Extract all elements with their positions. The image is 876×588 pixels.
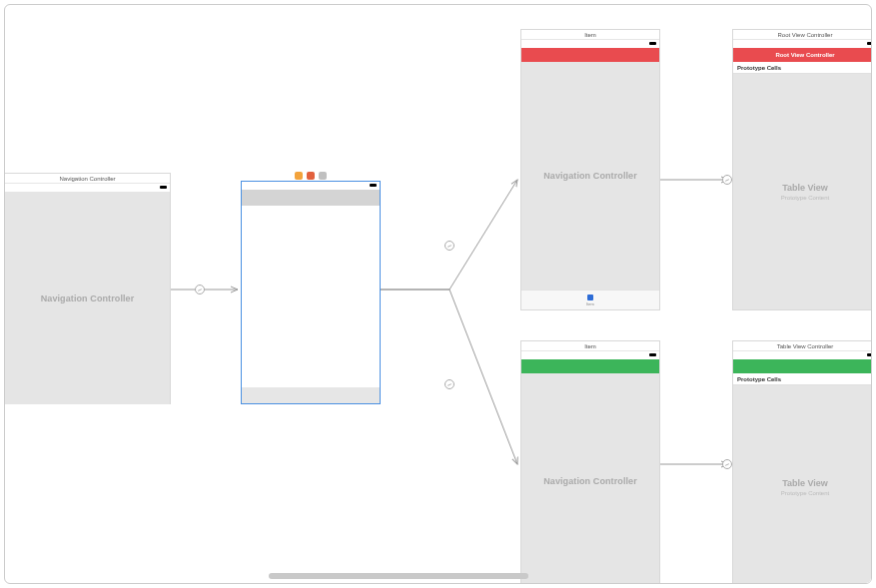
placeholder-label: Navigation Controller xyxy=(543,171,637,181)
scene-body: Navigation Controller xyxy=(5,192,170,404)
prototype-cells-label: Prototype Cells xyxy=(733,62,872,74)
battery-icon xyxy=(649,42,656,45)
table-subtitle: Prototype Content xyxy=(781,195,829,201)
segue-icon[interactable] xyxy=(722,459,732,469)
status-bar xyxy=(521,40,659,48)
storyboard-ref-icon[interactable] xyxy=(319,172,327,180)
storyboard-canvas[interactable]: Navigation Controller Navigation Control… xyxy=(4,4,872,584)
battery-icon xyxy=(867,353,872,356)
battery-icon xyxy=(867,42,872,45)
placeholder-label: Navigation Controller xyxy=(41,294,135,303)
scene-title: Item xyxy=(521,30,659,40)
table-title: Table View xyxy=(782,478,828,488)
battery-icon xyxy=(370,184,377,187)
toolbar-placeholder xyxy=(242,387,380,403)
tab-item-label: Item xyxy=(586,301,594,306)
status-bar xyxy=(733,40,872,48)
scene-header-icons xyxy=(295,172,327,180)
scene-body: Navigation Controller xyxy=(521,373,659,584)
segue-icon[interactable] xyxy=(195,285,205,294)
scene-body: Navigation Controller xyxy=(521,62,659,290)
scene-table-view-controller[interactable]: Table View Controller Prototype Cells Ta… xyxy=(732,340,872,584)
status-bar xyxy=(5,184,170,192)
status-bar xyxy=(521,351,659,359)
scene-title: Table View Controller xyxy=(733,341,872,351)
nav-bar xyxy=(733,359,872,373)
tab-bar[interactable]: Item xyxy=(521,290,659,309)
table-title: Table View xyxy=(782,183,828,193)
nav-bar: Root View Controller xyxy=(733,48,872,62)
nav-bar-placeholder xyxy=(242,190,380,206)
scene-body xyxy=(242,206,380,387)
battery-icon xyxy=(160,186,167,189)
scene-title: Navigation Controller xyxy=(5,174,170,184)
nav-bar xyxy=(521,48,659,62)
scene-nav-controller-3[interactable]: Item Navigation Controller xyxy=(520,340,660,584)
segue-icon[interactable] xyxy=(444,241,454,251)
first-responder-icon[interactable] xyxy=(295,172,303,180)
scene-title: Item xyxy=(521,341,659,351)
prototype-cells-label: Prototype Cells xyxy=(733,373,872,385)
placeholder-label: Navigation Controller xyxy=(543,476,637,486)
scene-nav-controller-2[interactable]: Item Navigation Controller Item xyxy=(520,29,660,310)
horizontal-scrollbar[interactable] xyxy=(269,573,528,579)
nav-title: Root View Controller xyxy=(733,48,872,62)
table-view[interactable]: Table View Prototype Content xyxy=(733,385,872,584)
segue-icon[interactable] xyxy=(444,379,454,389)
exit-icon[interactable] xyxy=(307,172,315,180)
scene-root-view-controller[interactable]: Root View Controller Root View Controlle… xyxy=(732,29,872,310)
tab-item-icon[interactable] xyxy=(587,294,593,300)
status-bar xyxy=(242,182,380,190)
nav-bar xyxy=(521,359,659,373)
status-bar xyxy=(733,351,872,359)
battery-icon xyxy=(649,353,656,356)
table-subtitle: Prototype Content xyxy=(781,490,829,496)
scene-title: Root View Controller xyxy=(733,30,872,40)
table-view[interactable]: Table View Prototype Content xyxy=(733,74,872,309)
scene-tabbar-controller[interactable] xyxy=(241,181,381,404)
scene-nav-controller-1[interactable]: Navigation Controller Navigation Control… xyxy=(5,173,171,404)
segue-icon[interactable] xyxy=(722,175,732,185)
